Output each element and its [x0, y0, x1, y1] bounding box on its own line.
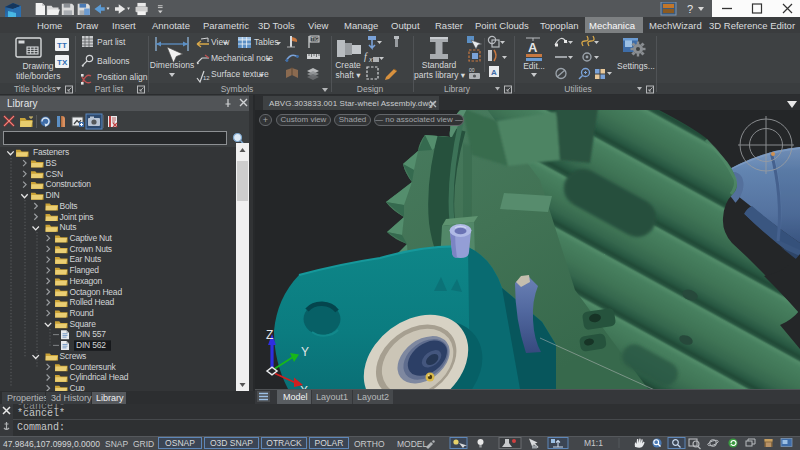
svg-text:?: ?	[687, 3, 693, 15]
svg-text:Crown Nuts: Crown Nuts	[70, 244, 112, 254]
svg-text:Flanged: Flanged	[70, 265, 100, 275]
svg-text:Captive Nut: Captive Nut	[70, 233, 113, 243]
svg-text:Hexagon: Hexagon	[70, 276, 103, 286]
svg-text:TIG: TIG	[311, 37, 319, 42]
svg-text:x: x	[368, 56, 373, 63]
svg-text:Construction: Construction	[46, 179, 92, 189]
svg-text:DIN 562: DIN 562	[76, 340, 106, 350]
svg-text:Nuts: Nuts	[60, 222, 77, 232]
svg-text:00: 00	[469, 67, 475, 73]
svg-text:TT: TT	[57, 41, 67, 50]
svg-text:Square: Square	[70, 319, 97, 329]
svg-text:12: 12	[203, 75, 210, 81]
svg-text:DIN 557: DIN 557	[76, 329, 106, 339]
svg-text:Fasteners: Fasteners	[33, 147, 69, 157]
svg-text:Countersunk: Countersunk	[70, 362, 117, 372]
svg-text:Y: Y	[301, 345, 309, 359]
svg-text:Octagon Head: Octagon Head	[70, 287, 123, 297]
svg-text:BS: BS	[46, 158, 57, 168]
svg-text:Screws: Screws	[60, 351, 87, 361]
svg-text:Bolts: Bolts	[60, 201, 78, 211]
svg-text:A: A	[528, 40, 538, 55]
svg-text:Ear Nuts: Ear Nuts	[70, 254, 101, 264]
svg-text:Rolled Head: Rolled Head	[70, 297, 115, 307]
svg-text:M1:1: M1:1	[584, 438, 603, 448]
svg-text:CSN: CSN	[46, 169, 63, 179]
svg-text:A: A	[491, 68, 497, 77]
svg-text:Cylindrical Head: Cylindrical Head	[70, 372, 129, 382]
svg-text:Z: Z	[266, 328, 273, 342]
svg-text:DIN: DIN	[46, 190, 60, 200]
svg-text:Round: Round	[70, 308, 95, 318]
svg-text:Joint pins: Joint pins	[60, 212, 94, 222]
